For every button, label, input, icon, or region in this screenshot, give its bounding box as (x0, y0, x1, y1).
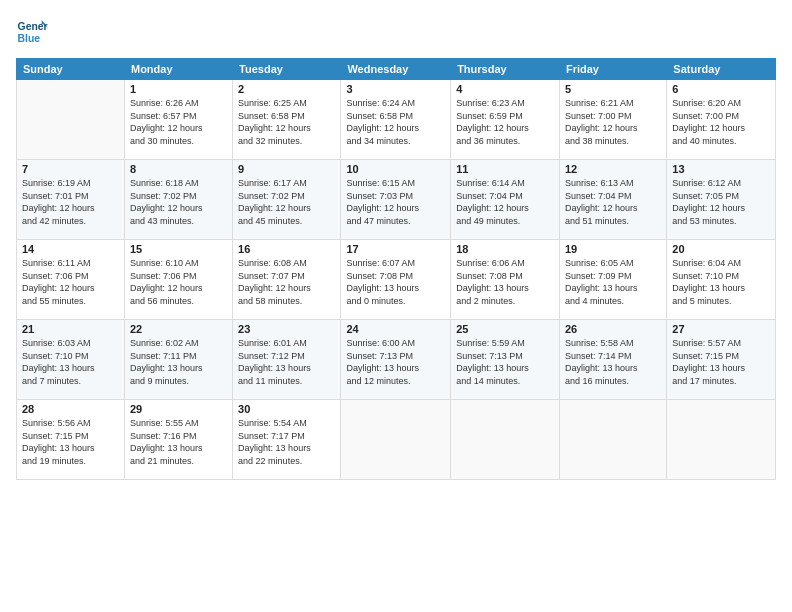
day-info: Sunrise: 6:17 AM Sunset: 7:02 PM Dayligh… (238, 177, 335, 227)
day-info: Sunrise: 6:23 AM Sunset: 6:59 PM Dayligh… (456, 97, 554, 147)
calendar-cell: 14Sunrise: 6:11 AM Sunset: 7:06 PM Dayli… (17, 240, 125, 320)
calendar-cell: 13Sunrise: 6:12 AM Sunset: 7:05 PM Dayli… (667, 160, 776, 240)
calendar-cell: 2Sunrise: 6:25 AM Sunset: 6:58 PM Daylig… (233, 80, 341, 160)
day-number: 14 (22, 243, 119, 255)
day-info: Sunrise: 6:06 AM Sunset: 7:08 PM Dayligh… (456, 257, 554, 307)
weekday-header-sunday: Sunday (17, 59, 125, 80)
calendar-cell: 11Sunrise: 6:14 AM Sunset: 7:04 PM Dayli… (451, 160, 560, 240)
day-number: 18 (456, 243, 554, 255)
day-number: 6 (672, 83, 770, 95)
calendar-cell (341, 400, 451, 480)
logo: General Blue (16, 16, 52, 48)
day-info: Sunrise: 5:57 AM Sunset: 7:15 PM Dayligh… (672, 337, 770, 387)
day-number: 24 (346, 323, 445, 335)
svg-text:Blue: Blue (18, 33, 41, 44)
day-number: 26 (565, 323, 661, 335)
day-number: 19 (565, 243, 661, 255)
calendar-cell: 12Sunrise: 6:13 AM Sunset: 7:04 PM Dayli… (559, 160, 666, 240)
day-number: 8 (130, 163, 227, 175)
calendar-cell (559, 400, 666, 480)
day-info: Sunrise: 6:01 AM Sunset: 7:12 PM Dayligh… (238, 337, 335, 387)
weekday-header-row: SundayMondayTuesdayWednesdayThursdayFrid… (17, 59, 776, 80)
page: General Blue SundayMondayTuesdayWednesda… (0, 0, 792, 612)
day-number: 30 (238, 403, 335, 415)
day-info: Sunrise: 6:26 AM Sunset: 6:57 PM Dayligh… (130, 97, 227, 147)
day-number: 17 (346, 243, 445, 255)
day-info: Sunrise: 6:20 AM Sunset: 7:00 PM Dayligh… (672, 97, 770, 147)
day-number: 13 (672, 163, 770, 175)
day-info: Sunrise: 6:03 AM Sunset: 7:10 PM Dayligh… (22, 337, 119, 387)
calendar-cell: 30Sunrise: 5:54 AM Sunset: 7:17 PM Dayli… (233, 400, 341, 480)
calendar-cell (667, 400, 776, 480)
calendar-cell: 1Sunrise: 6:26 AM Sunset: 6:57 PM Daylig… (124, 80, 232, 160)
calendar-week-row: 14Sunrise: 6:11 AM Sunset: 7:06 PM Dayli… (17, 240, 776, 320)
calendar-cell: 21Sunrise: 6:03 AM Sunset: 7:10 PM Dayli… (17, 320, 125, 400)
calendar-week-row: 1Sunrise: 6:26 AM Sunset: 6:57 PM Daylig… (17, 80, 776, 160)
calendar-cell: 9Sunrise: 6:17 AM Sunset: 7:02 PM Daylig… (233, 160, 341, 240)
calendar-cell: 15Sunrise: 6:10 AM Sunset: 7:06 PM Dayli… (124, 240, 232, 320)
header: General Blue (16, 16, 776, 48)
calendar-cell: 7Sunrise: 6:19 AM Sunset: 7:01 PM Daylig… (17, 160, 125, 240)
day-info: Sunrise: 6:14 AM Sunset: 7:04 PM Dayligh… (456, 177, 554, 227)
day-number: 12 (565, 163, 661, 175)
day-number: 23 (238, 323, 335, 335)
day-number: 2 (238, 83, 335, 95)
weekday-header-thursday: Thursday (451, 59, 560, 80)
day-info: Sunrise: 6:19 AM Sunset: 7:01 PM Dayligh… (22, 177, 119, 227)
calendar-cell: 18Sunrise: 6:06 AM Sunset: 7:08 PM Dayli… (451, 240, 560, 320)
day-number: 11 (456, 163, 554, 175)
calendar-week-row: 7Sunrise: 6:19 AM Sunset: 7:01 PM Daylig… (17, 160, 776, 240)
logo-icon: General Blue (16, 16, 48, 48)
calendar-cell (17, 80, 125, 160)
day-number: 28 (22, 403, 119, 415)
day-info: Sunrise: 5:56 AM Sunset: 7:15 PM Dayligh… (22, 417, 119, 467)
day-number: 7 (22, 163, 119, 175)
weekday-header-friday: Friday (559, 59, 666, 80)
day-info: Sunrise: 6:08 AM Sunset: 7:07 PM Dayligh… (238, 257, 335, 307)
calendar-cell: 4Sunrise: 6:23 AM Sunset: 6:59 PM Daylig… (451, 80, 560, 160)
day-info: Sunrise: 6:02 AM Sunset: 7:11 PM Dayligh… (130, 337, 227, 387)
weekday-header-wednesday: Wednesday (341, 59, 451, 80)
day-number: 29 (130, 403, 227, 415)
calendar-cell: 25Sunrise: 5:59 AM Sunset: 7:13 PM Dayli… (451, 320, 560, 400)
calendar-cell: 19Sunrise: 6:05 AM Sunset: 7:09 PM Dayli… (559, 240, 666, 320)
calendar-cell: 26Sunrise: 5:58 AM Sunset: 7:14 PM Dayli… (559, 320, 666, 400)
day-number: 22 (130, 323, 227, 335)
day-number: 9 (238, 163, 335, 175)
calendar-cell: 3Sunrise: 6:24 AM Sunset: 6:58 PM Daylig… (341, 80, 451, 160)
day-info: Sunrise: 6:18 AM Sunset: 7:02 PM Dayligh… (130, 177, 227, 227)
calendar-cell: 22Sunrise: 6:02 AM Sunset: 7:11 PM Dayli… (124, 320, 232, 400)
day-number: 3 (346, 83, 445, 95)
day-info: Sunrise: 6:15 AM Sunset: 7:03 PM Dayligh… (346, 177, 445, 227)
day-number: 5 (565, 83, 661, 95)
weekday-header-saturday: Saturday (667, 59, 776, 80)
calendar-cell: 28Sunrise: 5:56 AM Sunset: 7:15 PM Dayli… (17, 400, 125, 480)
day-info: Sunrise: 6:04 AM Sunset: 7:10 PM Dayligh… (672, 257, 770, 307)
day-number: 15 (130, 243, 227, 255)
calendar-week-row: 28Sunrise: 5:56 AM Sunset: 7:15 PM Dayli… (17, 400, 776, 480)
calendar-cell: 24Sunrise: 6:00 AM Sunset: 7:13 PM Dayli… (341, 320, 451, 400)
calendar-cell: 6Sunrise: 6:20 AM Sunset: 7:00 PM Daylig… (667, 80, 776, 160)
calendar-cell: 23Sunrise: 6:01 AM Sunset: 7:12 PM Dayli… (233, 320, 341, 400)
day-number: 27 (672, 323, 770, 335)
weekday-header-monday: Monday (124, 59, 232, 80)
calendar-cell: 8Sunrise: 6:18 AM Sunset: 7:02 PM Daylig… (124, 160, 232, 240)
calendar-cell: 10Sunrise: 6:15 AM Sunset: 7:03 PM Dayli… (341, 160, 451, 240)
day-info: Sunrise: 6:25 AM Sunset: 6:58 PM Dayligh… (238, 97, 335, 147)
day-info: Sunrise: 6:13 AM Sunset: 7:04 PM Dayligh… (565, 177, 661, 227)
calendar-cell (451, 400, 560, 480)
day-number: 21 (22, 323, 119, 335)
calendar-table: SundayMondayTuesdayWednesdayThursdayFrid… (16, 58, 776, 480)
day-info: Sunrise: 5:55 AM Sunset: 7:16 PM Dayligh… (130, 417, 227, 467)
day-number: 4 (456, 83, 554, 95)
day-info: Sunrise: 6:24 AM Sunset: 6:58 PM Dayligh… (346, 97, 445, 147)
day-number: 1 (130, 83, 227, 95)
day-info: Sunrise: 6:05 AM Sunset: 7:09 PM Dayligh… (565, 257, 661, 307)
calendar-cell: 5Sunrise: 6:21 AM Sunset: 7:00 PM Daylig… (559, 80, 666, 160)
day-number: 25 (456, 323, 554, 335)
day-info: Sunrise: 6:21 AM Sunset: 7:00 PM Dayligh… (565, 97, 661, 147)
day-number: 10 (346, 163, 445, 175)
day-info: Sunrise: 6:11 AM Sunset: 7:06 PM Dayligh… (22, 257, 119, 307)
day-info: Sunrise: 6:07 AM Sunset: 7:08 PM Dayligh… (346, 257, 445, 307)
day-number: 16 (238, 243, 335, 255)
